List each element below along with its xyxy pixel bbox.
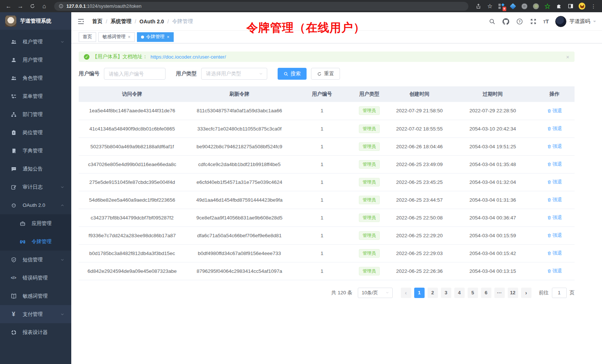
profile-avatar-icon[interactable] xyxy=(579,3,585,10)
force-logout-button[interactable]: 强退 xyxy=(547,214,562,221)
alert-close-icon[interactable]: × xyxy=(566,54,569,60)
user-type-tag: 管理员 xyxy=(359,249,380,258)
sidebar-item-role[interactable]: 角色管理 xyxy=(0,69,71,87)
force-logout-button[interactable]: 强退 xyxy=(547,196,562,203)
action-cell: 强退 xyxy=(534,102,575,120)
browser-reload-icon[interactable] xyxy=(27,1,37,11)
tab-close-icon[interactable]: × xyxy=(167,35,170,39)
expires-cell: 2054-03-04 00:15:42 xyxy=(451,244,534,262)
search-icon[interactable] xyxy=(488,18,496,25)
sidebar-item-tenant-users[interactable]: 租户管理 xyxy=(0,33,71,51)
search-button[interactable]: 搜索 xyxy=(278,68,307,80)
extension-gem-icon[interactable] xyxy=(510,3,516,10)
created-cell: 2022-07-29 21:58:50 xyxy=(388,102,451,120)
sidebar-item-token-signal[interactable]: ((A))令牌管理 xyxy=(0,232,71,251)
prev-page-button[interactable]: ‹ xyxy=(401,288,411,298)
sidebar-item-app-briefcase[interactable]: 应用管理 xyxy=(0,214,71,232)
user-type-tag: 管理员 xyxy=(359,214,380,222)
breadcrumb-separator: / xyxy=(167,19,169,24)
sidebar-item-sms-shield[interactable]: 短信管理 xyxy=(0,251,71,269)
browser-back-icon[interactable]: ← xyxy=(4,1,13,11)
created-cell: 2022-06-25 22:50:08 xyxy=(388,209,451,226)
font-size-icon[interactable]: TT xyxy=(543,18,549,24)
help-icon[interactable]: ? xyxy=(516,18,523,25)
column-header: 用户编号 xyxy=(293,86,351,102)
site-info-icon[interactable] xyxy=(59,4,63,9)
page-size-select[interactable]: 10条/页 xyxy=(358,288,393,298)
breadcrumb-item[interactable]: 系统管理 xyxy=(111,18,131,25)
force-logout-button[interactable]: 强退 xyxy=(547,125,562,132)
created-cell: 2022-06-25 23:45:25 xyxy=(388,173,451,191)
fullscreen-icon[interactable] xyxy=(530,18,537,25)
page-button-12[interactable]: 12 xyxy=(508,288,518,298)
extension-grid-icon[interactable]: 9 xyxy=(498,3,505,10)
force-logout-button[interactable]: 强退 xyxy=(547,232,562,239)
page-button-2[interactable]: 2 xyxy=(428,288,438,298)
more-pages-button[interactable]: ··· xyxy=(494,288,505,298)
address-bar[interactable]: 127.0.0.1:1024/system/oauth2/token xyxy=(54,2,468,11)
user-id-cell: 1 xyxy=(293,191,351,209)
force-logout-button[interactable]: 强退 xyxy=(547,179,562,185)
browser-menu-icon[interactable]: ⋮ xyxy=(590,3,597,10)
force-logout-button[interactable]: 强退 xyxy=(547,268,562,274)
sidebar-item-errcode[interactable]: </>错误码管理 xyxy=(0,269,71,287)
goto-page-input[interactable] xyxy=(552,288,567,298)
extension-gray-circle-icon[interactable] xyxy=(521,3,528,10)
sidebar-item-oauth-robot[interactable]: OAuth 2.0 xyxy=(0,196,71,214)
sidebar-item-dict-book[interactable]: 字典管理 xyxy=(0,142,71,160)
share-icon[interactable] xyxy=(475,3,482,10)
force-logout-button[interactable]: 强退 xyxy=(547,161,562,168)
action-cell: 强退 xyxy=(534,244,575,262)
chevron-down-icon xyxy=(259,72,263,76)
user-type-select[interactable]: 请选择用户类型 xyxy=(201,68,267,80)
tab-close-icon[interactable]: × xyxy=(128,35,131,39)
extension-green-star-icon[interactable] xyxy=(544,3,551,10)
sidebar-item-report-donut[interactable]: 报表设计器 xyxy=(0,323,71,341)
bookmark-star-icon[interactable]: ☆ xyxy=(487,3,493,10)
page-button-3[interactable]: 3 xyxy=(441,288,451,298)
force-logout-button[interactable]: 强退 xyxy=(547,107,562,114)
sidebar-item-user[interactable]: 用户管理 xyxy=(0,51,71,69)
user-type-tag: 管理员 xyxy=(359,142,380,151)
sidebar-collapse-icon[interactable] xyxy=(77,17,85,26)
page-button-6[interactable]: 6 xyxy=(481,288,491,298)
next-page-button[interactable]: › xyxy=(521,288,531,298)
reset-button[interactable]: 重置 xyxy=(311,68,340,80)
breadcrumb-item[interactable]: OAuth 2.0 xyxy=(140,19,164,24)
page-button-5[interactable]: 5 xyxy=(468,288,478,298)
page-button-1[interactable]: 1 xyxy=(414,288,425,298)
page-button-4[interactable]: 4 xyxy=(454,288,465,298)
pagination: 共 120 条 10条/页 ‹123456···12› 前往 页 xyxy=(79,288,575,298)
extension-sidebar-icon[interactable] xyxy=(567,3,574,10)
extension-puzzle-icon[interactable] xyxy=(556,3,562,10)
pager: ‹123456···12› xyxy=(401,288,531,298)
tab-敏感词管理[interactable]: 敏感词管理× xyxy=(98,32,135,42)
browser-home-icon[interactable]: ⌂ xyxy=(39,1,49,11)
force-logout-button[interactable]: 强退 xyxy=(547,250,562,257)
force-logout-button[interactable]: 强退 xyxy=(547,143,562,150)
app-logo-row[interactable]: 芋道管理系统 xyxy=(0,12,71,30)
user-menu[interactable]: 芋道源码 xyxy=(555,16,596,27)
breadcrumb-item[interactable]: 首页 xyxy=(92,18,102,25)
sidebar-item-sensitive-book[interactable]: 敏感词管理 xyxy=(0,287,71,305)
sidebar-item-pay-yen[interactable]: ¥支付管理 xyxy=(0,305,71,323)
tab-首页[interactable]: 首页 xyxy=(79,32,96,42)
user-id-input[interactable] xyxy=(104,68,166,80)
sidebar-item-org[interactable]: 部门管理 xyxy=(0,105,71,123)
sidebar-item-post-badge[interactable]: 岗位管理 xyxy=(0,123,71,142)
tenant-users-icon xyxy=(10,39,17,45)
browser-forward-icon[interactable]: → xyxy=(16,1,25,11)
chevron-down-icon xyxy=(385,291,389,295)
active-dot xyxy=(141,36,144,39)
sidebar-item-audit-pencil[interactable]: 审计日志 xyxy=(0,178,71,196)
sidebar-item-label: 令牌管理 xyxy=(32,238,65,245)
tab-令牌管理[interactable]: 令牌管理× xyxy=(137,32,174,42)
github-icon[interactable] xyxy=(502,18,510,25)
extension-green-circle-icon[interactable] xyxy=(533,3,539,10)
sidebar-item-notice-bubble[interactable]: 通知公告 xyxy=(0,160,71,178)
sidebar-item-menu-tree[interactable]: 菜单管理 xyxy=(0,87,71,105)
doc-link[interactable]: https://doc.iocoder.cn/user-center/ xyxy=(151,54,226,60)
goto-label: 前往 xyxy=(539,289,549,296)
post-badge-icon xyxy=(10,129,17,136)
chevron-down-icon xyxy=(60,258,65,262)
